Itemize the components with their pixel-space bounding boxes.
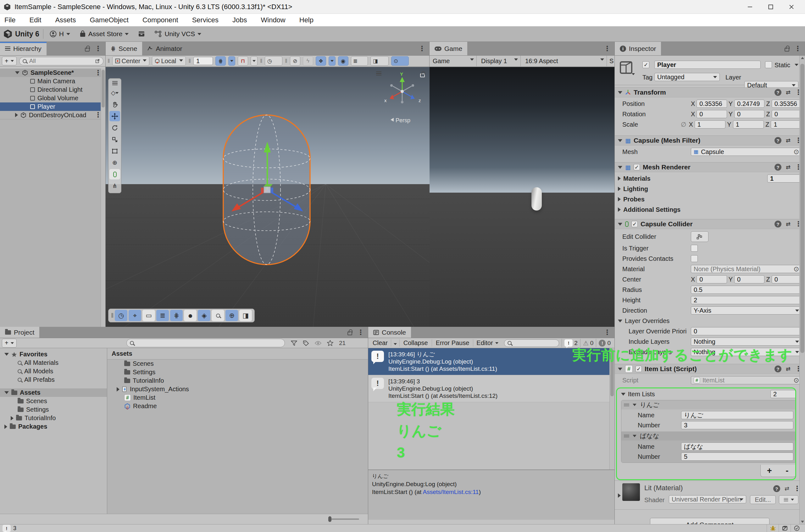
camera-settings-dropdown[interactable]: ◷ xyxy=(265,56,282,66)
hidden-eye-icon[interactable] xyxy=(315,341,322,346)
foldout-closed-icon[interactable] xyxy=(618,493,621,498)
tag-dropdown[interactable]: Untagged xyxy=(654,73,720,81)
scene-row[interactable]: SampleScene* xyxy=(0,69,105,77)
tab-console[interactable]: Console xyxy=(368,327,411,338)
presets-icon[interactable]: ⇄ xyxy=(786,221,790,228)
object-picker-icon[interactable] xyxy=(793,377,799,384)
edit-shader-button[interactable]: Edit... xyxy=(750,495,776,504)
tab-hierarchy[interactable]: Hierarchy xyxy=(0,42,47,55)
tree-item-packages[interactable]: Packages xyxy=(0,422,107,431)
presets-icon[interactable]: ⇄ xyxy=(785,485,789,492)
transform-tool[interactable]: ⊕ xyxy=(109,157,120,168)
rect-zoom-button[interactable]: ▭ xyxy=(143,310,155,321)
rotate-tool[interactable] xyxy=(109,122,120,133)
asset-tutorialinfo[interactable]: TutorialInfo xyxy=(107,377,368,385)
rotation-y-field[interactable]: 0 xyxy=(734,110,765,118)
mesh-renderer-header[interactable]: ▦ Mesh Renderer ?⇄ xyxy=(615,162,805,172)
foldout-closed-icon[interactable] xyxy=(11,416,14,420)
physics-material-field[interactable]: None (Physics Material) xyxy=(691,265,802,273)
height-field[interactable]: 2 xyxy=(691,296,802,304)
item-lists-count-field[interactable]: 2 xyxy=(770,390,796,398)
panel-menu-icon[interactable] xyxy=(95,45,102,53)
foldout-open-icon[interactable] xyxy=(618,368,622,370)
materials-count-field[interactable]: 1 xyxy=(767,174,802,183)
game-viewport[interactable] xyxy=(429,67,615,327)
scale-tool[interactable] xyxy=(109,134,120,145)
material-preview[interactable] xyxy=(622,483,640,501)
materials-foldout[interactable]: Materials 1 xyxy=(618,174,802,183)
scene-fx-toggle[interactable]: ❖ xyxy=(316,56,326,66)
hierarchy-scrollbar[interactable] xyxy=(100,69,105,331)
drag-handle-icon[interactable]: ‖ xyxy=(285,58,287,64)
rotation-z-field[interactable]: 0 xyxy=(772,110,802,118)
unity-vcs-dropdown[interactable]: Unity VCS xyxy=(152,28,204,39)
panel-menu-icon[interactable] xyxy=(794,45,801,53)
thumbnail-size-slider[interactable] xyxy=(329,518,359,520)
edit-collider-button[interactable] xyxy=(691,231,709,242)
grid-snap-dropdown[interactable] xyxy=(228,56,235,66)
center-tool-button[interactable]: ⊕ xyxy=(225,310,238,321)
panel-menu-icon[interactable] xyxy=(604,45,611,53)
panel-menu-icon[interactable] xyxy=(604,328,611,337)
snap-increment-dropdown[interactable] xyxy=(251,56,258,66)
enabled-checkbox[interactable] xyxy=(634,164,640,170)
help-icon[interactable]: ? xyxy=(774,365,782,373)
presets-icon[interactable]: ⇄ xyxy=(786,137,790,144)
foldout-open-icon[interactable] xyxy=(4,353,9,356)
stacktrace-link[interactable]: Assets/ItemList.cs:11 xyxy=(423,489,479,495)
layer-overrides-foldout[interactable]: Layer Overrides xyxy=(618,317,802,325)
console-search[interactable] xyxy=(504,339,560,347)
scale-x-field[interactable]: 1 xyxy=(695,120,726,129)
probes-foldout[interactable]: Probes xyxy=(618,195,802,203)
status-message[interactable]: 3 xyxy=(13,525,16,532)
audio-toggle[interactable]: ⊘ xyxy=(290,56,300,66)
display-dropdown[interactable]: Display 1 xyxy=(477,56,521,66)
tool-settings-dropdown[interactable]: ◇ xyxy=(109,88,120,98)
lock-icon[interactable] xyxy=(785,48,789,52)
tab-game[interactable]: Game xyxy=(429,42,467,55)
render-settings-button[interactable]: ≣ xyxy=(156,310,169,321)
menu-help[interactable]: Help xyxy=(299,16,313,24)
foldout-closed-icon[interactable] xyxy=(4,424,7,429)
console-detail-pane[interactable]: りんご UnityEngine.Debug:Log (object) ItemL… xyxy=(368,470,615,520)
object-picker-icon[interactable] xyxy=(793,265,799,273)
hierarchy-item-dontdestroyonload[interactable]: DontDestroyOnLoad xyxy=(0,111,105,119)
menu-file[interactable]: File xyxy=(4,16,15,24)
pick-window-icon[interactable] xyxy=(95,58,100,64)
asset-scenes[interactable]: Scenes xyxy=(107,360,368,368)
panel-menu-icon[interactable] xyxy=(419,45,425,53)
menu-gameobject[interactable]: GameObject xyxy=(90,16,129,24)
close-button[interactable] xyxy=(781,1,802,13)
shader-dropdown[interactable]: Universal Render Pipelin xyxy=(669,495,746,504)
grid-visibility-button[interactable]: ⋕ xyxy=(170,310,183,321)
link-scale-icon[interactable]: ∅ xyxy=(681,121,686,128)
unity-hub-icon[interactable] xyxy=(3,29,13,39)
static-dropdown-icon[interactable] xyxy=(794,64,799,66)
help-icon[interactable]: ? xyxy=(774,164,782,171)
enabled-checkbox[interactable] xyxy=(636,366,642,372)
status-log-icon[interactable]: ! xyxy=(2,525,11,532)
panel-menu-icon[interactable] xyxy=(357,328,364,337)
additional-settings-foldout[interactable]: Additional Settings xyxy=(618,206,802,214)
console-scrollbar[interactable] xyxy=(609,348,615,470)
foldout-open-icon[interactable] xyxy=(618,139,622,142)
overlay-handle-icon[interactable] xyxy=(112,81,117,85)
rotation-x-field[interactable]: 0 xyxy=(696,110,727,118)
favorites-row[interactable]: Favorites xyxy=(0,350,107,359)
clear-dropdown[interactable] xyxy=(391,339,399,347)
asset-store-dropdown[interactable]: Asset Store xyxy=(77,28,131,39)
favorites-all-materials[interactable]: All Materials xyxy=(0,359,107,367)
game-mode-dropdown[interactable]: Game xyxy=(429,56,477,66)
hierarchy-search-input[interactable] xyxy=(29,57,93,64)
center-x-field[interactable]: 0 xyxy=(696,275,727,283)
tree-item-scenes[interactable]: Scenes xyxy=(0,397,107,405)
menu-edit[interactable]: Edit xyxy=(29,16,41,24)
help-icon[interactable]: ? xyxy=(774,89,782,96)
grid-snap-toggle[interactable]: ⋕ xyxy=(215,56,226,66)
foldout-open-icon[interactable] xyxy=(618,166,622,169)
provides-contacts-checkbox[interactable] xyxy=(691,255,698,262)
position-y-field[interactable]: 0.24749 xyxy=(734,100,765,108)
help-icon[interactable]: ? xyxy=(774,137,782,144)
collider-edit-tool[interactable] xyxy=(109,169,120,179)
scene-fx-dropdown[interactable] xyxy=(329,56,335,66)
